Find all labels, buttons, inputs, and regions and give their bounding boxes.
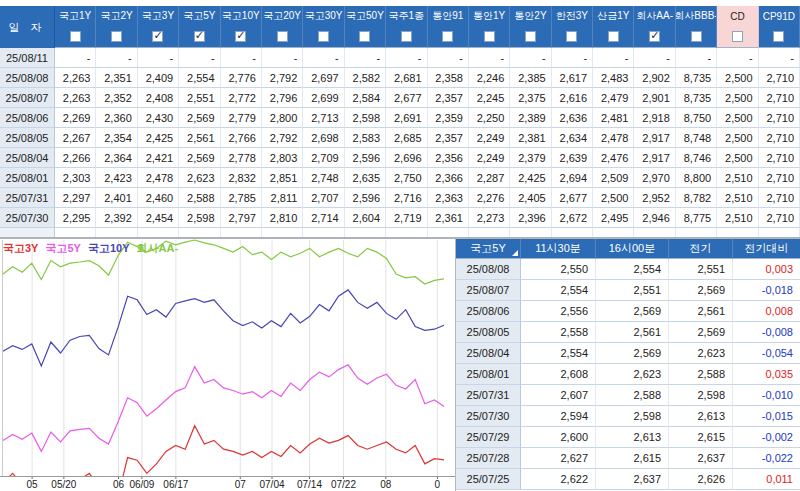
rate-cell: 2,354 [96, 128, 137, 148]
column-header-16[interactable]: 회사BBB- [676, 6, 717, 26]
column-header-17[interactable]: CD [717, 6, 758, 26]
rate-cell: 2,946 [634, 208, 675, 228]
detail-column-header-1600[interactable]: 16시00분 [596, 239, 669, 259]
column-checkbox-15[interactable] [649, 31, 660, 42]
table-edge-cell [303, 228, 344, 237]
rate-cell: 8,746 [676, 148, 717, 168]
detail-cell-1600: 2,551 [596, 280, 669, 301]
column-header-2[interactable]: 국고2Y [96, 6, 137, 26]
column-header-10[interactable]: 통안91 [428, 6, 469, 26]
series-selector[interactable]: 국고5Y [456, 239, 521, 259]
column-header-8[interactable]: 국고50Y [345, 6, 386, 26]
rate-cell: 2,710 [759, 108, 800, 128]
column-checkbox-11[interactable] [484, 31, 495, 42]
rate-cell: 2,269 [55, 108, 96, 128]
detail-cell-prev: 2,626 [669, 469, 733, 490]
row-date: 25/08/06 [0, 108, 55, 128]
column-header-4[interactable]: 국고5Y [179, 6, 220, 26]
rate-cell: 8,782 [676, 188, 717, 208]
rate-cell: 2,392 [96, 208, 137, 228]
column-header-18[interactable]: CP91D [759, 6, 800, 26]
rate-cell: - [634, 48, 675, 68]
date-column-header[interactable]: 일 자 [0, 6, 55, 48]
rate-cell: 2,303 [55, 168, 96, 188]
column-header-7[interactable]: 국고30Y [303, 6, 344, 26]
column-checkbox-cell-13 [552, 26, 593, 48]
rate-cell: 2,359 [428, 108, 469, 128]
row-date: 25/08/08 [0, 68, 55, 88]
rate-cell: 2,639 [552, 148, 593, 168]
column-checkbox-1[interactable] [70, 31, 81, 42]
rate-cell: 2,358 [428, 68, 469, 88]
column-header-9[interactable]: 국주1종 [386, 6, 427, 26]
detail-row-date: 25/07/28 [456, 448, 521, 469]
detail-cell-1130: 2,608 [521, 364, 596, 385]
column-checkbox-8[interactable] [359, 31, 370, 42]
detail-column-header-prev[interactable]: 전기 [669, 239, 733, 259]
table-edge-cell [759, 228, 800, 237]
column-checkbox-10[interactable] [442, 31, 453, 42]
rate-cell: 2,510 [717, 188, 758, 208]
column-checkbox-13[interactable] [566, 31, 577, 42]
column-checkbox-9[interactable] [401, 31, 412, 42]
table-edge-cell [428, 228, 469, 237]
column-checkbox-7[interactable] [318, 31, 329, 42]
detail-column-header-change[interactable]: 전기대비 [733, 239, 800, 259]
rate-cell: 8,800 [676, 168, 717, 188]
detail-cell-change: 0,003 [733, 259, 800, 280]
rate-cell: 2,500 [717, 88, 758, 108]
detail-cell-1600: 2,637 [596, 469, 669, 490]
column-checkbox-5[interactable] [235, 31, 246, 42]
rate-cell: 2,363 [428, 188, 469, 208]
column-header-5[interactable]: 국고10Y [221, 6, 262, 26]
column-header-11[interactable]: 통안1Y [469, 6, 510, 26]
detail-cell-1130: 2,600 [521, 427, 596, 448]
rate-cell: 2,510 [717, 168, 758, 188]
column-header-3[interactable]: 국고3Y [138, 6, 179, 26]
table-edge-cell [593, 228, 634, 237]
rate-cell: 2,598 [179, 208, 220, 228]
detail-cell-1130: 2,594 [521, 406, 596, 427]
rate-cell: 8,735 [676, 88, 717, 108]
column-checkbox-12[interactable] [525, 31, 536, 42]
sort-grip-icon [512, 250, 518, 256]
rate-cell: 2,385 [510, 68, 551, 88]
column-checkbox-cell-14 [593, 26, 634, 48]
rate-cell: - [221, 48, 262, 68]
rate-cell: - [386, 48, 427, 68]
column-checkbox-3[interactable] [152, 31, 163, 42]
column-checkbox-2[interactable] [111, 31, 122, 42]
column-header-13[interactable]: 한전3Y [552, 6, 593, 26]
rate-cell: 2,796 [262, 88, 303, 108]
rate-cell: 2,267 [55, 128, 96, 148]
rate-cell: 2,263 [55, 88, 96, 108]
column-checkbox-17[interactable] [732, 31, 743, 42]
detail-cell-change: 0,035 [733, 364, 800, 385]
column-checkbox-6[interactable] [277, 31, 288, 42]
column-header-14[interactable]: 산금1Y [593, 6, 634, 26]
row-date: 25/07/31 [0, 188, 55, 208]
detail-row-date: 25/08/05 [456, 322, 521, 343]
detail-column-header-1130[interactable]: 11시30분 [521, 239, 596, 259]
rate-cell: 2,423 [96, 168, 137, 188]
detail-cell-prev: 2,637 [669, 448, 733, 469]
column-checkbox-16[interactable] [691, 31, 702, 42]
rate-cell: 2,710 [759, 148, 800, 168]
detail-cell-change: -0,054 [733, 343, 800, 364]
rate-cell: 2,476 [593, 148, 634, 168]
rate-cell: 2,750 [386, 168, 427, 188]
column-checkbox-18[interactable] [773, 31, 784, 42]
table-edge-cell [510, 228, 551, 237]
column-checkbox-14[interactable] [608, 31, 619, 42]
rate-cell: 2,366 [428, 168, 469, 188]
column-header-1[interactable]: 국고1Y [55, 6, 96, 26]
column-header-12[interactable]: 통안2Y [510, 6, 551, 26]
column-header-15[interactable]: 회사AA- [634, 6, 675, 26]
rate-cell: 2,811 [262, 188, 303, 208]
rate-cell: 2,478 [138, 168, 179, 188]
column-checkbox-4[interactable] [194, 31, 205, 42]
bottom-section: 국고3Y국고5Y국고10Y회사AA- 0505/200606/0906/1707… [0, 237, 800, 491]
rate-cell: - [138, 48, 179, 68]
column-checkbox-cell-1 [55, 26, 96, 48]
column-header-6[interactable]: 국고20Y [262, 6, 303, 26]
